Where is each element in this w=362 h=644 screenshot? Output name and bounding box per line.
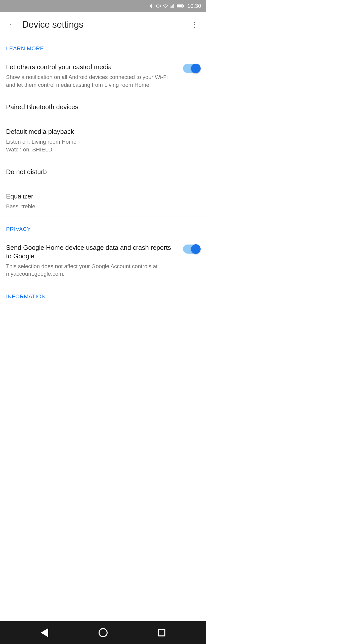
section-header-privacy[interactable]: Privacy <box>0 218 206 236</box>
section-header-information[interactable]: Information <box>0 285 206 304</box>
status-icons: 10:30 <box>149 3 201 9</box>
vibrate-icon <box>156 4 161 9</box>
media-playback-listen: Listen on: Living room Home <box>6 139 76 145</box>
media-playback-watch: Watch on: SHIELD <box>6 146 52 153</box>
equalizer-item[interactable]: Equalizer Bass, treble <box>0 185 206 218</box>
usage-data-toggle[interactable] <box>183 245 200 254</box>
equalizer-text: Equalizer Bass, treble <box>6 192 200 211</box>
cast-control-text: Let others control your casted media Sho… <box>6 63 183 89</box>
equalizer-subtitle: Bass, treble <box>6 203 194 211</box>
main-content: LEARN MORE Let others control your caste… <box>0 37 206 327</box>
wifi-icon <box>163 4 168 9</box>
bluetooth-devices-title: Paired Bluetooth devices <box>6 103 194 111</box>
usage-data-item[interactable]: Send Google Home device usage data and c… <box>0 236 206 285</box>
app-bar: ← Device settings ⋮ <box>0 12 206 37</box>
status-bar: 10:30 <box>0 0 206 12</box>
back-arrow-icon: ← <box>9 21 16 29</box>
do-not-disturb-item[interactable]: Do not disturb <box>0 161 206 185</box>
more-dots-icon: ⋮ <box>191 20 197 29</box>
usage-data-toggle-container <box>183 244 200 254</box>
signal-icon <box>170 4 175 9</box>
cast-control-toggle-container <box>183 63 200 73</box>
cast-control-toggle-thumb <box>191 64 201 73</box>
svg-rect-5 <box>177 5 182 7</box>
media-playback-subtitle: Listen on: Living room Home Watch on: SH… <box>6 138 194 154</box>
svg-rect-3 <box>173 4 174 8</box>
usage-data-title: Send Google Home device usage data and c… <box>6 244 177 261</box>
svg-rect-1 <box>171 6 172 8</box>
section-header-learn-more[interactable]: LEARN MORE <box>0 37 206 56</box>
page-title: Device settings <box>22 19 188 30</box>
usage-data-subtitle: This selection does not affect your Goog… <box>6 263 177 278</box>
svg-rect-2 <box>172 5 173 8</box>
bluetooth-icon <box>149 4 154 9</box>
bluetooth-devices-text: Paired Bluetooth devices <box>6 103 200 113</box>
cast-control-subtitle: Show a notification on all Android devic… <box>6 73 177 89</box>
status-time: 10:30 <box>187 3 201 9</box>
bluetooth-devices-item[interactable]: Paired Bluetooth devices <box>0 96 206 120</box>
back-button[interactable]: ← <box>6 19 18 31</box>
svg-rect-6 <box>183 5 184 7</box>
usage-data-text: Send Google Home device usage data and c… <box>6 244 183 278</box>
battery-icon <box>177 4 184 9</box>
equalizer-title: Equalizer <box>6 192 194 201</box>
do-not-disturb-text: Do not disturb <box>6 168 200 178</box>
do-not-disturb-title: Do not disturb <box>6 168 194 176</box>
more-options-button[interactable]: ⋮ <box>188 19 200 31</box>
cast-control-toggle[interactable] <box>183 64 200 73</box>
cast-control-title: Let others control your casted media <box>6 63 177 71</box>
media-playback-title: Default media playback <box>6 128 194 136</box>
usage-data-toggle-thumb <box>191 244 201 254</box>
media-playback-item[interactable]: Default media playback Listen on: Living… <box>0 120 206 160</box>
media-playback-text: Default media playback Listen on: Living… <box>6 128 200 153</box>
cast-control-item[interactable]: Let others control your casted media Sho… <box>0 56 206 96</box>
svg-rect-0 <box>170 7 171 8</box>
